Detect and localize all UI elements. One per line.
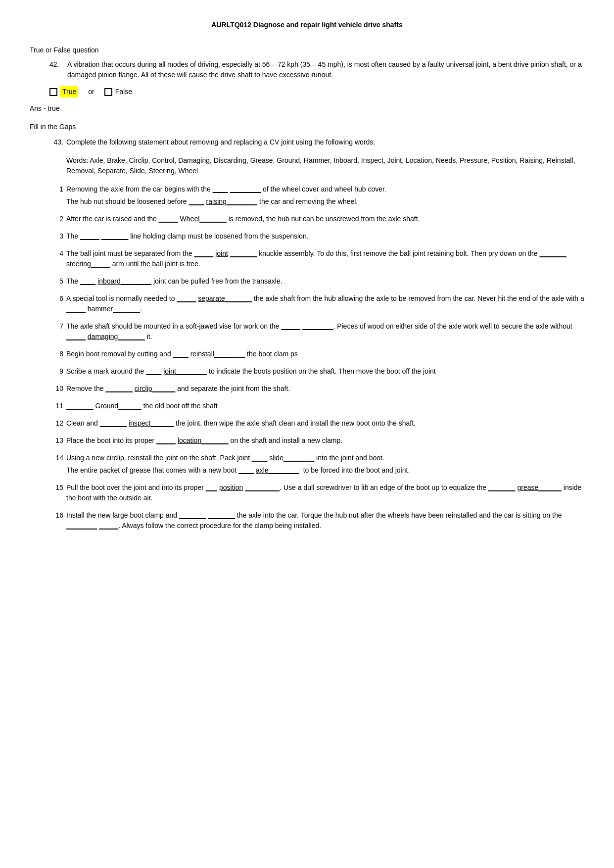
fill-content-13: Place the boot into its proper _____ loc… [66,435,584,448]
fill-content-11: _______ Ground______ the old boot off th… [66,401,584,413]
true-false-options: True or False [49,86,584,97]
true-checkbox[interactable] [49,88,57,96]
question-42-block: 42. A vibration that occurs during all m… [49,59,584,80]
fill-item-8: 8 Begin boot removal by cutting and ____… [49,349,584,361]
fill-content-2: After the car is raised and the _____ Wh… [66,214,584,226]
q43-intro: Complete the following statement about r… [66,137,584,147]
fill-num-14: 14 [49,453,63,478]
fill-num-10: 10 [49,384,63,396]
fill-item-5: 5 The ____ inboard________ joint can be … [49,276,584,289]
fill-item-13: 13 Place the boot into its proper _____ … [49,435,584,448]
q43-intro-block: 43. Complete the following statement abo… [49,137,584,533]
fill-content-12: Clean and _______ inspect______ the join… [66,418,584,431]
fill-num-2: 2 [49,214,63,226]
fill-item-11: 11 _______ Ground______ the old boot off… [49,401,584,413]
fill-item-10: 10 Remove the _______ circlip______ and … [49,384,584,396]
fill-num-13: 13 [49,435,63,448]
fill-item-12: 12 Clean and _______ inspect______ the j… [49,418,584,431]
fill-item-4: 4 The ball joint must be separated from … [49,248,584,271]
fill-num-4: 4 [49,248,63,271]
q42-number: 42. [49,59,63,80]
section-true-false-label: True or False question [30,45,584,55]
fill-item-3: 3 The _____ _______ line holding clamp m… [49,231,584,243]
fill-item-7: 7 The axle shaft should be mounted in a … [49,321,584,344]
fill-content-10: Remove the _______ circlip______ and sep… [66,384,584,396]
fill-content-5: The ____ inboard________ joint can be pu… [66,276,584,289]
q43-words: Words: Axle, Brake, Circlip, Control, Da… [66,155,584,176]
fill-num-5: 5 [49,276,63,289]
fill-section: 43. Complete the following statement abo… [30,137,584,533]
true-option[interactable]: True [49,86,78,97]
fill-content-16: Install the new large boot clamp and ___… [66,510,584,533]
fill-num-6: 6 [49,293,63,316]
fill-section-label: Fill in the Gaps [30,122,584,132]
fill-item-14: 14 Using a new circlip, reinstall the jo… [49,453,584,478]
fill-content-14: Using a new circlip, reinstall the joint… [66,453,584,478]
fill-item-1: 1 Removing the axle from the car begins … [49,184,584,209]
fill-content-3: The _____ _______ line holding clamp mus… [66,231,584,243]
fill-item-6: 6 A special tool is normally needed to _… [49,293,584,316]
fill-item-9: 9 Scribe a mark around the ____ joint___… [49,366,584,379]
fill-content-4: The ball joint must be separated from th… [66,248,584,271]
false-checkbox[interactable] [104,88,112,96]
fill-content-8: Begin boot removal by cutting and ____ r… [66,349,584,361]
fill-num-3: 3 [49,231,63,243]
fill-num-9: 9 [49,366,63,379]
fill-num-1: 1 [49,184,63,209]
answer-text: Ans - true [30,103,584,114]
fill-num-15: 15 [49,482,63,505]
fill-num-11: 11 [49,401,63,413]
fill-content-9: Scribe a mark around the ____ joint_____… [66,366,584,379]
fill-num-12: 12 [49,418,63,431]
fill-item-2: 2 After the car is raised and the _____ … [49,214,584,226]
fill-content-15: Pull the boot over the joint and into it… [66,482,584,505]
fill-num-7: 7 [49,321,63,344]
fill-content-7: The axle shaft should be mounted in a so… [66,321,584,344]
fill-item-15: 15 Pull the boot over the joint and into… [49,482,584,505]
false-option[interactable]: False [104,87,132,97]
fill-content-6: A special tool is normally needed to ___… [66,293,584,316]
fill-item-16: 16 Install the new large boot clamp and … [49,510,584,533]
fill-num-8: 8 [49,349,63,361]
q43-number: 43. [49,137,63,147]
fill-num-16: 16 [49,510,63,533]
q42-text: A vibration that occurs during all modes… [67,59,584,80]
or-text: or [88,87,94,97]
page-title: AURLTQ012 Diagnose and repair light vehi… [30,20,584,30]
true-label: True [60,86,78,97]
fill-content-1: Removing the axle from the car begins wi… [66,184,584,209]
false-label: False [115,87,132,97]
